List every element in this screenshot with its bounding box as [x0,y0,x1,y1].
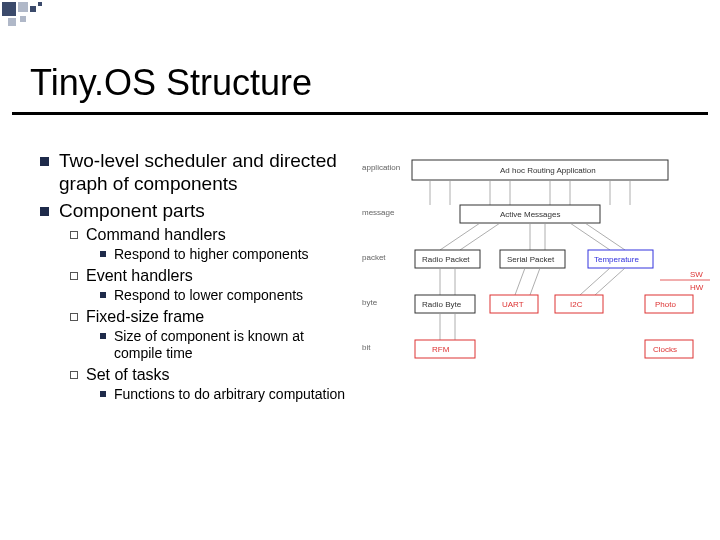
sub-sub-text: Size of component is known at compile ti… [114,328,350,362]
svg-line-24 [580,268,610,295]
hollow-square-icon [70,231,78,239]
layer-label: byte [362,298,378,307]
layer-label: bit [362,343,371,352]
diagram-box: Serial Packet [507,255,555,264]
sub-sub-bullet: Size of component is known at compile ti… [100,328,350,362]
layer-label: message [362,208,395,217]
diagram-box: Ad hoc Routing Application [500,166,596,175]
title-underline [12,112,708,115]
svg-line-15 [585,223,625,250]
hollow-square-icon [70,272,78,280]
hollow-square-icon [70,313,78,321]
diagram-box: Clocks [653,345,677,354]
diagram-box: Radio Packet [422,255,470,264]
diagram-box: Radio Byte [422,300,462,309]
small-square-icon [100,333,106,339]
hw-label: HW [690,283,704,292]
svg-line-10 [440,223,480,250]
sub-bullet-text: Event handlers [86,267,193,285]
diagram-box: RFM [432,345,450,354]
diagram-box: Temperature [594,255,639,264]
architecture-diagram: .bx { fill: #fff; stroke: #333; stroke-w… [360,150,710,400]
layer-label: application [362,163,400,172]
sw-label: SW [690,270,703,279]
bullet-item: Component parts [40,200,350,223]
svg-line-23 [530,268,540,295]
diagram-box: I2C [570,300,583,309]
sub-sub-text: Respond to higher components [114,246,309,263]
sub-sub-bullet: Functions to do arbitrary computation [100,386,350,403]
sub-bullet-text: Command handlers [86,226,226,244]
sub-bullet: Fixed-size frame [70,308,350,326]
small-square-icon [100,251,106,257]
slide-title: Tiny.OS Structure [30,62,312,104]
diagram-box: UART [502,300,524,309]
sub-sub-bullet: Respond to lower components [100,287,350,304]
content-body: Two-level scheduler and directed graph o… [40,150,350,406]
svg-line-11 [460,223,500,250]
sub-bullet-text: Fixed-size frame [86,308,204,326]
small-square-icon [100,391,106,397]
bullet-text: Component parts [59,200,205,223]
bullet-text: Two-level scheduler and directed graph o… [59,150,350,196]
svg-line-25 [595,268,625,295]
sub-bullet: Command handlers [70,226,350,244]
hollow-square-icon [70,371,78,379]
square-bullet-icon [40,157,49,166]
small-square-icon [100,292,106,298]
layer-label: packet [362,253,386,262]
sub-bullet: Event handlers [70,267,350,285]
svg-line-22 [515,268,525,295]
corner-decoration [0,0,100,40]
square-bullet-icon [40,207,49,216]
sub-sub-bullet: Respond to higher components [100,246,350,263]
svg-line-14 [570,223,610,250]
sub-sub-text: Respond to lower components [114,287,303,304]
diagram-box: Photo [655,300,676,309]
bullet-item: Two-level scheduler and directed graph o… [40,150,350,196]
diagram-box: Active Messages [500,210,560,219]
sub-sub-text: Functions to do arbitrary computation [114,386,345,403]
sub-bullet-text: Set of tasks [86,366,170,384]
sub-bullet: Set of tasks [70,366,350,384]
